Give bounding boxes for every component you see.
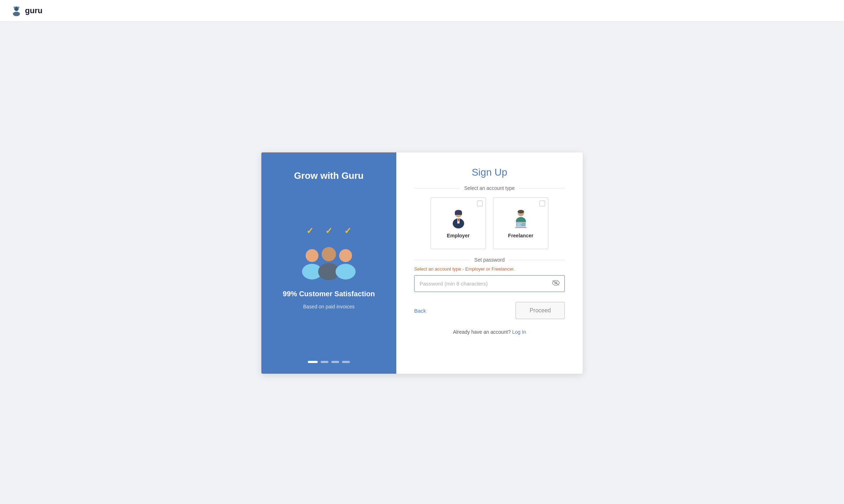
freelancer-icon [510, 208, 532, 230]
check-left-icon: ✓ [306, 226, 313, 236]
signup-title: Sign Up [472, 167, 507, 178]
freelancer-radio[interactable] [539, 201, 545, 206]
svg-rect-26 [517, 225, 521, 226]
dot-3[interactable] [331, 361, 339, 363]
people-illustration [298, 241, 359, 281]
svg-point-9 [336, 264, 356, 279]
svg-point-1 [13, 12, 20, 16]
divider-line-left [414, 188, 460, 188]
svg-point-8 [339, 249, 352, 262]
error-message: Select an account type - Employer or Fre… [414, 266, 565, 272]
illustration: ✓ ✓ ✓ 99% Customer Satisfaction [283, 226, 375, 309]
satisfaction-subtext: Based on paid invoices [303, 304, 355, 309]
svg-rect-23 [515, 227, 527, 228]
dot-1[interactable] [308, 361, 318, 363]
account-type-divider: Select an account type [414, 185, 565, 191]
freelancer-card[interactable]: Freelancer [493, 197, 548, 249]
logo-link[interactable]: guru [10, 4, 42, 17]
employer-icon [448, 208, 469, 230]
svg-rect-12 [455, 212, 462, 215]
page-wrapper: Grow with Guru ✓ ✓ ✓ [0, 22, 844, 504]
svg-point-2 [14, 6, 15, 8]
checkmarks-row: ✓ ✓ ✓ [300, 226, 357, 236]
signup-card: Grow with Guru ✓ ✓ ✓ [261, 152, 583, 374]
satisfaction-stat: 99% Customer Satisfaction [283, 290, 375, 298]
proceed-button[interactable]: Proceed [516, 302, 565, 319]
login-link[interactable]: Log In [512, 329, 526, 335]
set-pw-divider-left [414, 260, 470, 260]
freelancer-label: Freelancer [508, 233, 533, 238]
dot-4[interactable] [342, 361, 350, 363]
password-input[interactable] [414, 275, 565, 292]
check-center-icon: ✓ [325, 226, 332, 236]
employer-label: Employer [447, 233, 470, 238]
account-types-container: Employer [414, 197, 565, 249]
divider-line-right [519, 188, 565, 188]
dot-2[interactable] [321, 361, 328, 363]
guru-logo-icon [10, 4, 23, 17]
check-right-icon: ✓ [344, 226, 351, 236]
svg-point-3 [17, 6, 19, 8]
account-type-label: Select an account type [464, 185, 515, 191]
employer-radio[interactable] [477, 201, 483, 206]
back-button[interactable]: Back [414, 308, 426, 314]
login-row: Already have an account? Log In [453, 329, 526, 335]
svg-rect-25 [517, 224, 521, 225]
logo-text: guru [25, 6, 42, 15]
right-panel: Sign Up Select an account type [396, 152, 583, 374]
actions-row: Back Proceed [414, 302, 565, 319]
set-password-label: Set password [474, 257, 505, 263]
left-panel-title: Grow with Guru [294, 170, 364, 181]
set-password-divider: Set password [414, 257, 565, 263]
employer-card[interactable]: Employer [431, 197, 486, 249]
svg-point-19 [518, 210, 524, 213]
password-field-wrapper [414, 275, 565, 292]
svg-rect-24 [517, 223, 522, 224]
set-pw-divider-right [509, 260, 565, 260]
svg-point-6 [322, 247, 336, 261]
carousel-dots [308, 361, 350, 363]
svg-point-4 [306, 249, 318, 262]
page-header: guru [0, 0, 844, 22]
left-panel: Grow with Guru ✓ ✓ ✓ [261, 152, 396, 374]
login-prompt-text: Already have an account? [453, 329, 511, 335]
toggle-password-icon[interactable] [552, 280, 560, 287]
